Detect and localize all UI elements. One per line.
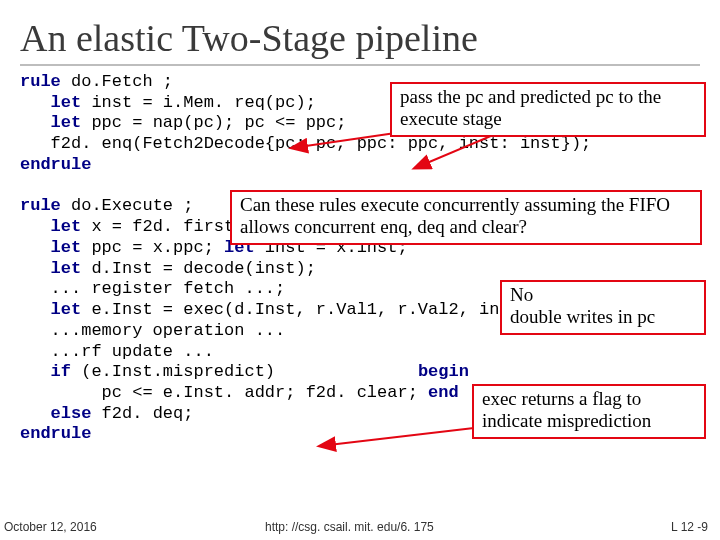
code-l3b: ppc = nap(pc); pc <= ppc;: [81, 113, 346, 132]
kw-end: end: [428, 383, 459, 402]
callout-no-double-writes: No double writes in pc: [500, 280, 706, 335]
code-l7b: x = f2d. first;: [81, 217, 254, 236]
callout-pass-pc: pass the pc and predicted pc to the exec…: [390, 82, 706, 137]
code-l4: f2d. enq(Fetch2Decode{pc: pc, ppc: ppc, …: [20, 134, 591, 153]
code-l15a: pc <= e.Inst. addr; f2d. clear;: [20, 383, 428, 402]
callout-concurrent-question: Can these rules execute concurrently ass…: [230, 190, 702, 245]
kw-let: let: [20, 300, 81, 319]
kw-let: let: [20, 217, 81, 236]
slide-title: An elastic Two-Stage pipeline: [20, 16, 700, 60]
kw-let: let: [20, 238, 81, 257]
code-l14b: (e.Inst.mispredict): [71, 362, 418, 381]
callout-double-writes: double writes in pc: [510, 306, 655, 327]
kw-endrule: endrule: [20, 155, 91, 174]
kw-else: else: [20, 404, 91, 423]
code-l16b: f2d. deq;: [91, 404, 193, 423]
code-l12: ...memory operation ...: [20, 321, 285, 340]
kw-rule: rule: [20, 196, 61, 215]
kw-let: let: [20, 93, 81, 112]
code-l2b: inst = i.Mem. req(pc);: [81, 93, 316, 112]
title-divider: [20, 64, 700, 66]
footer-date: October 12, 2016: [4, 520, 97, 534]
kw-let: let: [20, 259, 81, 278]
kw-endrule: endrule: [20, 424, 91, 443]
code-l8b: ppc = x.ppc;: [81, 238, 224, 257]
code-l10: ... register fetch ...;: [20, 279, 295, 298]
kw-begin: begin: [418, 362, 469, 381]
footer-url: http: //csg. csail. mit. edu/6. 175: [265, 520, 434, 534]
code-l6b: do.Execute ;: [61, 196, 194, 215]
code-l13: ...rf update ...: [20, 342, 214, 361]
footer-page: L 12 -9: [671, 520, 708, 534]
kw-let: let: [20, 113, 81, 132]
callout-no: No: [510, 284, 533, 305]
kw-rule: rule: [20, 72, 61, 91]
kw-if: if: [20, 362, 71, 381]
callout-exec-flag: exec returns a flag to indicate mispredi…: [472, 384, 706, 439]
code-l1b: do.Fetch ;: [61, 72, 173, 91]
code-l9b: d.Inst = decode(inst);: [81, 259, 316, 278]
